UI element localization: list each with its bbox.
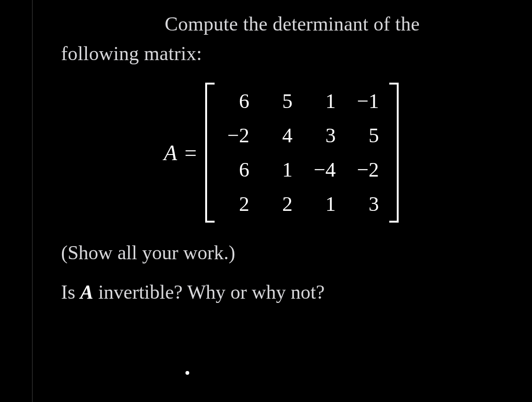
show-work-text: (Show all your work.) [61,241,501,264]
matrix-cell: 1 [311,192,336,216]
matrix-cell: −1 [355,89,379,113]
q2-prefix: Is [61,281,80,303]
matrix-cell: 3 [311,124,336,147]
matrix-body: 6 5 1 −1 −2 4 3 5 6 1 −4 −2 2 2 1 3 [205,83,399,223]
left-bracket [205,83,215,223]
matrix-cell: −2 [355,158,379,182]
matrix-cell: 4 [268,124,293,147]
redacted-label [61,13,160,33]
q2-suffix: invertible? Why or why not? [93,281,325,303]
matrix-cell: 2 [225,192,249,216]
matrix-cell: 3 [355,192,379,216]
matrix-cell: 6 [225,158,249,182]
matrix-cell: 5 [268,89,293,113]
question-line2: following matrix: [61,43,202,64]
matrix-cell: −2 [225,124,249,147]
dot-mark [185,371,189,375]
equals-sign: = [185,140,197,165]
problem-page: Compute the determinant of the following… [32,0,520,402]
matrix-cell: 1 [311,89,336,113]
matrix-cell: −4 [311,158,336,182]
invertible-question: Is A invertible? Why or why not? [61,281,501,303]
matrix-label: A [164,140,177,165]
matrix-cell: 1 [268,158,293,182]
right-bracket [389,83,399,223]
q2-var: A [80,281,93,303]
matrix-grid: 6 5 1 −1 −2 4 3 5 6 1 −4 −2 2 2 1 3 [215,83,389,223]
matrix-equation: A = 6 5 1 −1 −2 4 3 5 6 1 −4 −2 2 2 1 3 [61,83,501,223]
matrix-cell: 6 [225,89,249,113]
matrix-cell: 2 [268,192,293,216]
question-text: Compute the determinant of the following… [61,9,501,69]
question-line1: Compute the determinant of the [165,13,420,35]
matrix-cell: 5 [355,124,379,147]
